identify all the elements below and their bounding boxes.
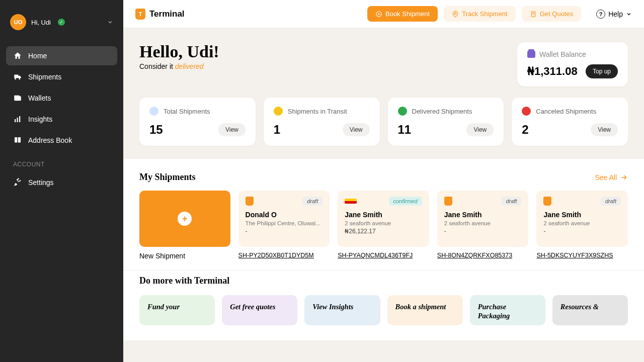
view-button[interactable]: View	[343, 123, 370, 136]
sidebar-item-insights[interactable]: Insights	[6, 110, 117, 129]
stat-total-shipments: Total Shipments 15View	[139, 98, 256, 146]
shipment-card[interactable]: draft Jane Smith 2 seaforth avenue - SH-…	[437, 191, 529, 260]
sidebar-item-home[interactable]: Home	[6, 46, 117, 65]
sidebar: UO Hi, Udi ✓ Home Shipments Wallets Insi…	[0, 0, 123, 362]
new-shipment-button[interactable]: +	[139, 191, 230, 247]
see-all-link[interactable]: See All	[595, 173, 628, 182]
shipment-address: 2 seaforth avenue	[444, 220, 522, 226]
terminal-shield-icon	[543, 197, 551, 206]
shipment-name: Jane Smith	[444, 211, 522, 219]
sidebar-item-label: Address Book	[28, 136, 72, 144]
user-menu[interactable]: UO Hi, Udi ✓	[6, 10, 117, 34]
more-card-packaging[interactable]: Purchase Packaging	[470, 295, 545, 325]
sidebar-item-settings[interactable]: Settings	[6, 173, 117, 192]
sidebar-item-addressbook[interactable]: Address Book	[6, 131, 117, 150]
more-card-resources[interactable]: Resources &	[552, 295, 628, 325]
shipment-name: Jane Smith	[543, 211, 621, 219]
button-label: Track Shipment	[462, 10, 508, 18]
status-badge: draft	[302, 197, 323, 206]
more-card-quotes[interactable]: Get free quotes	[222, 295, 297, 325]
button-label: Get Quotes	[540, 10, 573, 18]
stats-row: Total Shipments 15View Shipments in Tran…	[123, 98, 644, 159]
user-greeting: Hi, Udi	[31, 19, 51, 26]
plus-circle-icon	[375, 11, 382, 18]
shipment-card[interactable]: confirmed Jane Smith 2 seaforth avenue ₦…	[338, 191, 429, 260]
shipment-name: Donald O	[246, 211, 323, 219]
chevron-down-icon	[107, 19, 113, 25]
stat-value: 15	[149, 123, 163, 137]
dhl-icon	[345, 199, 357, 204]
get-quotes-button[interactable]: Get Quotes	[522, 6, 581, 22]
stat-value: 1	[274, 123, 280, 137]
wallet-balance: ₦1,311.08	[527, 65, 578, 78]
new-shipment-card: + New Shipment	[139, 191, 230, 260]
svg-point-6	[454, 13, 456, 15]
shipment-amount: -	[246, 228, 323, 235]
shipment-address: The Philippi Centre, Oluwal...	[246, 220, 323, 226]
shipments-grid: + New Shipment draft Donald O The Philip…	[139, 191, 628, 260]
book-shipment-button[interactable]: Book Shipment	[367, 6, 438, 22]
sidebar-item-shipments[interactable]: Shipments	[6, 67, 117, 86]
brand-name: Terminal	[149, 9, 185, 19]
help-label: Help	[608, 10, 623, 18]
topup-button[interactable]: Top up	[586, 64, 618, 78]
wallet-card: Wallet Balance ₦1,311.08 Top up	[517, 42, 628, 86]
shipment-id-link[interactable]: SH-PY2D50XB0T1DYD5M	[238, 252, 330, 259]
chart-icon	[13, 115, 22, 124]
help-menu[interactable]: ? Help	[596, 10, 632, 19]
svg-rect-1	[14, 96, 20, 97]
help-icon: ?	[596, 10, 605, 19]
sidebar-item-label: Shipments	[28, 73, 61, 81]
track-shipment-button[interactable]: Track Shipment	[444, 6, 516, 22]
view-button[interactable]: View	[591, 123, 618, 136]
nav-section-account: ACCOUNT	[13, 161, 110, 168]
sidebar-item-label: Insights	[28, 115, 52, 123]
do-more-section: Do more with Terminal Fund your Get free…	[123, 270, 644, 340]
more-card-fund[interactable]: Fund your	[139, 295, 215, 325]
status-badge: confirmed	[389, 197, 422, 206]
new-shipment-label: New Shipment	[139, 252, 230, 260]
shipment-address: 2 seaforth avenue	[543, 220, 621, 226]
svg-rect-3	[17, 118, 18, 122]
home-icon	[13, 51, 22, 60]
sidebar-item-label: Wallets	[28, 94, 51, 102]
stat-value: 2	[522, 123, 528, 137]
receipt-icon	[530, 11, 537, 18]
main: T Terminal Book Shipment Track Shipment …	[123, 0, 644, 362]
clock-icon	[274, 107, 283, 116]
stat-value: 11	[398, 123, 412, 137]
plus-icon: +	[178, 212, 192, 226]
sidebar-item-label: Settings	[28, 178, 54, 187]
status-badge: draft	[601, 197, 621, 206]
shipment-amount: -	[444, 228, 522, 235]
topbar: T Terminal Book Shipment Track Shipment …	[123, 0, 644, 28]
nav: Home Shipments Wallets Insights Address …	[6, 46, 117, 192]
page-title: Hello, Udi!	[139, 42, 219, 61]
brand-shield-icon: T	[135, 9, 145, 20]
view-button[interactable]: View	[218, 123, 246, 136]
svg-rect-4	[19, 116, 20, 122]
button-label: Book Shipment	[385, 10, 430, 18]
check-icon	[398, 107, 407, 116]
avatar: UO	[10, 14, 26, 30]
shipment-id-link[interactable]: SH-5DKSCYUYF3X9SZHS	[536, 252, 628, 259]
brand[interactable]: T Terminal	[135, 9, 185, 20]
wallet-icon	[13, 94, 22, 103]
sidebar-item-label: Home	[28, 52, 47, 60]
shipment-amount: -	[543, 228, 621, 235]
shipment-id-link[interactable]: SH-8ON4ZQRKFXO85373	[437, 252, 529, 259]
wallet-label: Wallet Balance	[527, 50, 618, 58]
book-icon	[13, 136, 22, 145]
view-button[interactable]: View	[466, 123, 494, 136]
my-shipments-section: My Shipments See All + New Shipment draf…	[123, 159, 644, 270]
arrow-right-icon	[620, 173, 628, 182]
terminal-shield-icon	[444, 197, 452, 206]
chevron-down-icon	[626, 11, 632, 17]
sidebar-item-wallets[interactable]: Wallets	[6, 88, 117, 108]
shipment-name: Jane Smith	[345, 211, 422, 219]
more-card-book[interactable]: Book a shipment	[387, 295, 463, 325]
shipment-card[interactable]: draft Donald O The Philippi Centre, Oluw…	[238, 191, 330, 260]
shipment-card[interactable]: draft Jane Smith 2 seaforth avenue - SH-…	[536, 191, 628, 260]
shipment-id-link[interactable]: SH-PYAQNCMDL436T9FJ	[338, 252, 429, 259]
more-card-insights[interactable]: View Insights	[304, 295, 380, 325]
